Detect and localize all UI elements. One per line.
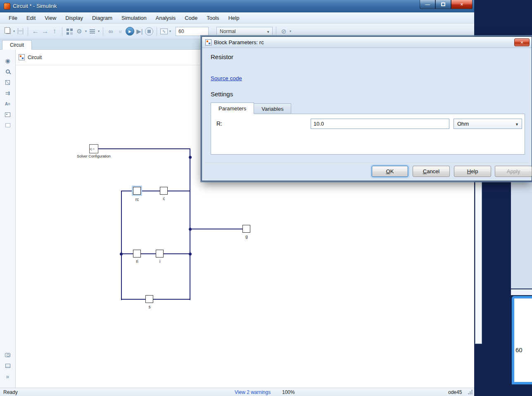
block-g[interactable]	[242, 225, 250, 233]
source-code-link[interactable]: Source code	[211, 75, 242, 81]
model-icon	[19, 54, 25, 60]
solver-name[interactable]: ode45	[448, 389, 462, 395]
menu-tools[interactable]: Tools	[202, 13, 223, 23]
tab-parameters[interactable]: Parameters	[211, 103, 254, 114]
background-scrollbar[interactable]	[475, 182, 482, 344]
scope-dropdown-icon[interactable]: ▾	[169, 29, 171, 33]
dialog-separator	[204, 163, 529, 163]
zoom-icon[interactable]	[0, 66, 15, 77]
copy-icon[interactable]	[3, 27, 12, 36]
ok-button[interactable]: OK	[372, 166, 408, 177]
unit-combo[interactable]: Ohm ▼	[454, 119, 522, 129]
unit-value: Ohm	[457, 121, 469, 127]
mode-dropdown-icon: ▼	[266, 30, 270, 34]
stop-time-input[interactable]	[176, 27, 209, 36]
desktop: 60 Circuit * - Simulink — × File Edit Vi…	[0, 0, 532, 396]
dialog-title: Block Parameters: rc	[214, 39, 264, 45]
block-c[interactable]	[160, 187, 168, 195]
menu-analysis[interactable]: Analysis	[151, 13, 180, 23]
help-button[interactable]: Help	[454, 166, 491, 177]
simulation-mode-value: Normal	[220, 29, 236, 34]
annotation-icon[interactable]: A≡	[0, 98, 15, 109]
simulink-app-icon	[4, 3, 10, 10]
toolbar-separator	[157, 27, 157, 36]
settings-heading: Settings	[211, 91, 233, 98]
solver-configuration-block[interactable]: x) =	[89, 144, 98, 153]
menu-simulation[interactable]: Simulation	[117, 13, 151, 23]
model-config-list-icon[interactable]	[88, 27, 96, 36]
dialog-tab-bar: Parameters Variables	[211, 103, 291, 114]
menu-display[interactable]: Display	[61, 13, 88, 23]
forward-icon[interactable]: →	[41, 27, 49, 36]
back-icon[interactable]: ←	[31, 27, 40, 36]
connect-icon[interactable]: ∞	[107, 27, 115, 36]
title-bar[interactable]: Circuit * - Simulink — ×	[0, 0, 474, 12]
background-panel	[511, 182, 532, 289]
cancel-button[interactable]: Cancel	[413, 166, 450, 177]
close-button[interactable]: ×	[451, 0, 473, 9]
menu-help[interactable]: Help	[224, 13, 244, 23]
zoom-level: 100%	[282, 389, 295, 395]
signal-arrows-icon[interactable]: ⇉	[0, 88, 15, 98]
window-title: Circuit * - Simulink	[13, 3, 57, 9]
menu-edit[interactable]: Edit	[22, 13, 40, 23]
maximize-button[interactable]	[435, 0, 451, 9]
palette-bottom-group: »	[0, 350, 15, 382]
resize-grip[interactable]	[468, 389, 473, 394]
toolbar-separator	[276, 27, 276, 36]
highlight-dropdown-icon[interactable]: ▾	[290, 29, 291, 33]
fit-view-icon[interactable]	[0, 77, 15, 88]
stop-icon[interactable]	[145, 27, 153, 36]
apply-button[interactable]: Apply	[495, 166, 532, 177]
block-parameters-dialog: Block Parameters: rc × Resistor Source c…	[202, 36, 532, 181]
background-strip	[511, 289, 532, 295]
config-dropdown-icon[interactable]: ▾	[98, 29, 100, 33]
tab-variables[interactable]: Variables	[254, 103, 291, 114]
copy-dropdown-icon[interactable]: ▾	[13, 29, 15, 33]
camera-icon[interactable]	[0, 350, 15, 360]
palette-sidebar: ◉ ⇉ A≡ »	[0, 50, 16, 388]
step-forward-icon[interactable]: ▶|	[135, 27, 144, 36]
dialog-title-bar[interactable]: Block Parameters: rc ×	[202, 37, 532, 48]
block-i[interactable]	[156, 250, 164, 258]
block-rc[interactable]	[133, 187, 141, 195]
warnings-link[interactable]: View 2 warnings	[235, 389, 271, 395]
step-back-icon[interactable]: «	[116, 27, 124, 36]
unit-dropdown-icon: ▼	[515, 122, 519, 126]
window-controls: — ×	[420, 0, 473, 9]
library-browser-icon[interactable]	[66, 27, 74, 36]
solver-block-text: x) =	[90, 148, 95, 150]
up-icon[interactable]: ↑	[50, 27, 59, 36]
settings-gear-icon[interactable]: ⚙	[75, 27, 83, 36]
menu-diagram[interactable]: Diagram	[88, 13, 117, 23]
run-icon[interactable]: ▶	[126, 27, 134, 36]
block-s[interactable]	[145, 295, 153, 303]
tab-circuit[interactable]: Circuit	[2, 40, 32, 50]
dialog-close-button[interactable]: ×	[514, 38, 530, 46]
highlight-icon[interactable]: ⊘	[280, 27, 288, 36]
simulation-mode-combo[interactable]: Normal ▼	[216, 27, 273, 36]
minimize-button[interactable]: —	[420, 0, 435, 9]
menu-view[interactable]: View	[40, 13, 61, 23]
toolbar-separator	[62, 27, 62, 36]
viewmark-icon[interactable]	[0, 360, 15, 371]
settings-dropdown-icon[interactable]: ▾	[85, 29, 87, 33]
status-ready: Ready	[3, 389, 18, 395]
menu-code[interactable]: Code	[180, 13, 202, 23]
block-ri[interactable]	[133, 250, 141, 258]
menu-bar: File Edit View Display Diagram Simulatio…	[0, 12, 474, 24]
menu-file[interactable]: File	[4, 13, 22, 23]
save-icon[interactable]	[16, 27, 24, 36]
image-icon[interactable]	[0, 109, 15, 120]
hide-markup-icon[interactable]: ◉	[0, 55, 15, 66]
resistance-input[interactable]	[311, 119, 449, 129]
background-window-text: 60	[515, 346, 522, 353]
parameters-panel: R: Ohm ▼	[211, 114, 525, 155]
toolbar-separator	[103, 27, 103, 36]
breadcrumb-item[interactable]: Circuit	[28, 55, 42, 60]
area-icon[interactable]	[0, 120, 15, 131]
background-window-content	[514, 298, 532, 382]
scope-icon[interactable]: ∿	[160, 29, 168, 34]
expand-palette-icon[interactable]: »	[0, 371, 15, 382]
resistance-label: R:	[216, 120, 222, 127]
